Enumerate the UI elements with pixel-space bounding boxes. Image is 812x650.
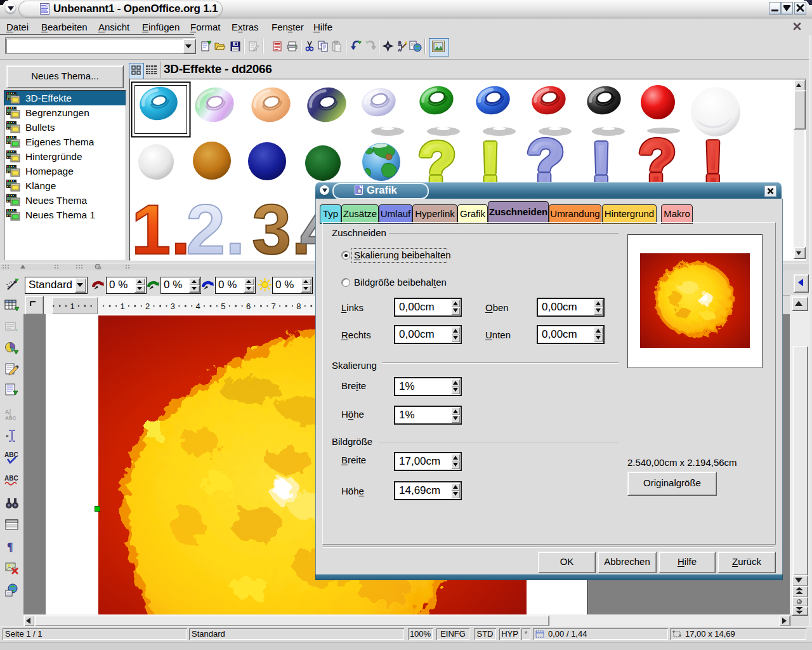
svg-text:3: 3	[171, 302, 175, 311]
svg-text:ABC: ABC	[5, 415, 16, 421]
svg-text:ABC: ABC	[4, 475, 18, 482]
svg-text:6: 6	[246, 302, 251, 311]
svg-text:1.: 1.	[131, 190, 190, 259]
svg-text:ABC: ABC	[4, 451, 18, 458]
svg-text:1: 1	[120, 302, 124, 311]
svg-text:8: 8	[296, 302, 301, 311]
svg-text:2: 2	[145, 302, 150, 311]
svg-text:¶: ¶	[7, 541, 13, 554]
svg-text:5: 5	[221, 302, 225, 311]
svg-text:7: 7	[272, 302, 276, 311]
svg-text:2.: 2.	[186, 190, 245, 259]
svg-text:4: 4	[195, 302, 200, 311]
svg-text:1: 1	[70, 302, 74, 311]
svg-text:A: A	[5, 409, 10, 415]
